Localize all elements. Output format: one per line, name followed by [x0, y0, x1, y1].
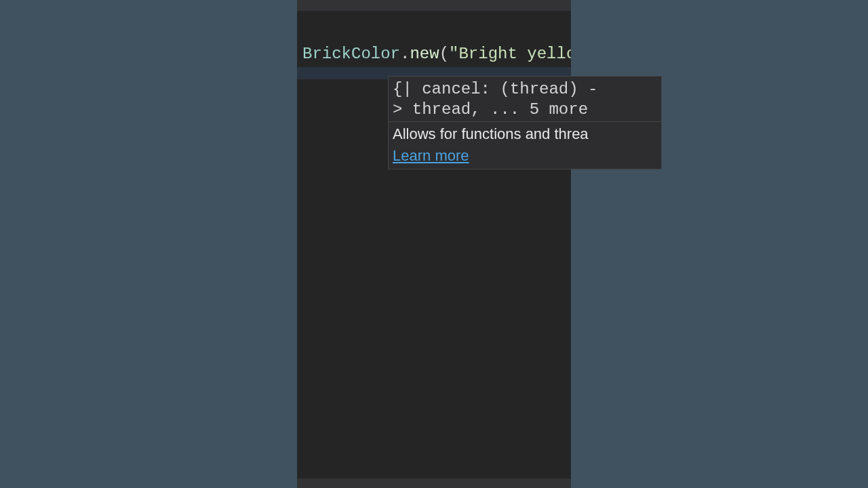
token-paren-open: ( — [439, 45, 449, 63]
token-dot: . — [400, 45, 410, 63]
editor-gutter-space — [297, 22, 571, 41]
token-method: new — [410, 45, 439, 63]
tooltip-description: Allows for functions and threa — [389, 122, 661, 146]
token-class: BrickColor — [302, 45, 400, 63]
editor-top-edge — [297, 0, 571, 11]
tooltip-signature-line2: > thread, ... 5 more — [393, 100, 588, 119]
token-string: "Bright yellow" — [449, 45, 571, 63]
editor-bottom-edge — [297, 479, 571, 488]
editor-spacer — [297, 11, 571, 22]
learn-more-link[interactable]: Learn more — [389, 146, 473, 169]
tooltip-signature: {| cancel: (thread) - > thread, ... 5 mo… — [389, 77, 661, 122]
code-editor-pane[interactable]: BrickColor.new("Bright yellow") — [297, 0, 571, 488]
signature-tooltip: {| cancel: (thread) - > thread, ... 5 mo… — [388, 76, 662, 169]
code-line[interactable]: BrickColor.new("Bright yellow") — [297, 41, 571, 67]
tooltip-signature-line1: {| cancel: (thread) - — [393, 80, 597, 98]
